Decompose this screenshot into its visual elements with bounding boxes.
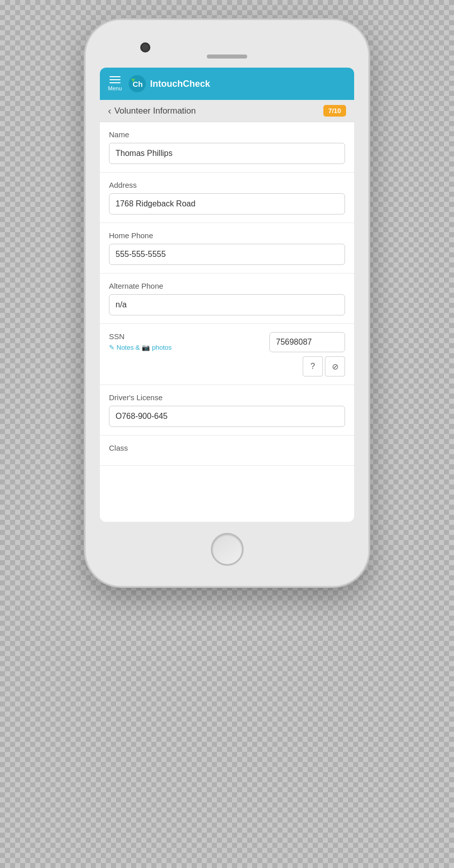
svg-text:Ch: Ch bbox=[133, 80, 143, 88]
home-phone-input[interactable] bbox=[109, 244, 345, 265]
address-label: Address bbox=[109, 181, 345, 189]
menu-label: Menu bbox=[108, 85, 122, 91]
camera-icon: 📷 bbox=[142, 344, 150, 351]
alternate-phone-label: Alternate Phone bbox=[109, 282, 345, 290]
ssn-buttons: ? ⊘ bbox=[303, 356, 345, 376]
nav-bar: ‹ Volunteer Information 7/10 bbox=[100, 100, 354, 122]
photos-label: photos bbox=[152, 344, 172, 351]
class-section: Class bbox=[100, 436, 354, 466]
back-button[interactable]: ‹ bbox=[108, 105, 111, 117]
phone-bottom-hardware bbox=[100, 522, 354, 571]
form-content: Name Address Home Phone Alternate Phone bbox=[100, 122, 354, 466]
home-phone-label: Home Phone bbox=[109, 231, 345, 240]
ssn-row: SSN ✎ Notes & 📷 photos ? ⊘ bbox=[109, 332, 345, 376]
edit-icon: ✎ bbox=[109, 344, 115, 351]
progress-badge: 7/10 bbox=[323, 105, 346, 117]
ssn-input[interactable] bbox=[269, 332, 345, 352]
drivers-license-section: Driver's License bbox=[100, 385, 354, 436]
alternate-phone-section: Alternate Phone bbox=[100, 274, 354, 324]
app-header: Menu Ch IntouchCheck bbox=[100, 68, 354, 100]
address-section: Address bbox=[100, 173, 354, 223]
ssn-left: SSN ✎ Notes & 📷 photos bbox=[109, 332, 269, 351]
ssn-right: ? ⊘ bbox=[269, 332, 345, 376]
home-button[interactable] bbox=[211, 533, 244, 566]
ssn-section: SSN ✎ Notes & 📷 photos ? ⊘ bbox=[100, 324, 354, 385]
name-section: Name bbox=[100, 122, 354, 173]
name-input[interactable] bbox=[109, 143, 345, 164]
logo-area: Ch IntouchCheck bbox=[128, 75, 210, 93]
page-title: Volunteer Information bbox=[115, 106, 196, 116]
class-label: Class bbox=[109, 444, 345, 452]
app-logo-icon: Ch bbox=[128, 75, 146, 93]
notes-label: Notes & bbox=[117, 344, 140, 351]
phone-frame: Menu Ch IntouchCheck ‹ Volunteer Informa… bbox=[86, 20, 368, 586]
ssn-help-button[interactable]: ? bbox=[303, 356, 323, 376]
drivers-license-label: Driver's License bbox=[109, 393, 345, 402]
name-label: Name bbox=[109, 130, 345, 139]
phone-screen: Menu Ch IntouchCheck ‹ Volunteer Informa… bbox=[100, 68, 354, 522]
app-name: IntouchCheck bbox=[150, 79, 210, 89]
address-input[interactable] bbox=[109, 193, 345, 214]
phone-top-hardware bbox=[100, 35, 354, 68]
speaker bbox=[207, 55, 247, 59]
home-phone-section: Home Phone bbox=[100, 223, 354, 274]
alternate-phone-input[interactable] bbox=[109, 294, 345, 315]
notes-photos-link[interactable]: ✎ Notes & 📷 photos bbox=[109, 344, 269, 351]
ssn-cancel-button[interactable]: ⊘ bbox=[325, 356, 345, 376]
ssn-label: SSN bbox=[109, 332, 269, 341]
nav-left: ‹ Volunteer Information bbox=[108, 105, 196, 117]
front-camera bbox=[140, 42, 150, 52]
menu-button[interactable] bbox=[109, 76, 121, 83]
drivers-license-input[interactable] bbox=[109, 406, 345, 427]
